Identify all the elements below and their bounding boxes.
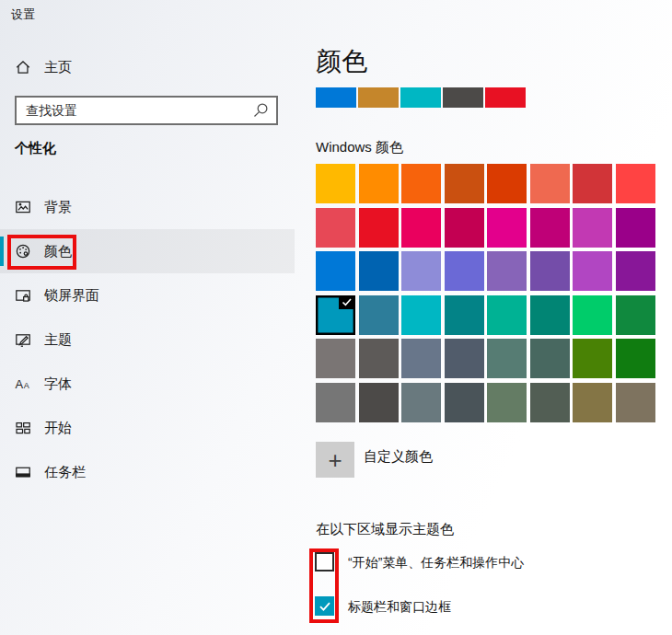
color-swatch[interactable] xyxy=(530,295,570,335)
sidebar-item-6[interactable]: 任务栏 xyxy=(0,450,295,494)
checkbox-title-bars-window-borders[interactable] xyxy=(315,596,334,616)
sidebar-item-label: 开始 xyxy=(44,420,72,437)
search-input[interactable] xyxy=(17,98,276,123)
settings-window: 设置 主页 个性化 背景颜色锁屏界面主题AA字体开始任务栏 颜色 Windo xyxy=(0,0,672,635)
color-swatch[interactable] xyxy=(359,295,399,335)
home-icon xyxy=(15,59,31,75)
recent-colors-row xyxy=(316,87,526,108)
color-swatch[interactable] xyxy=(359,339,399,378)
lock-screen-icon xyxy=(15,287,31,304)
plus-icon: + xyxy=(328,446,342,474)
color-swatch[interactable] xyxy=(487,164,527,203)
page-title: 颜色 xyxy=(316,44,367,79)
sidebar-nav: 背景颜色锁屏界面主题AA字体开始任务栏 xyxy=(0,185,295,494)
color-swatch[interactable] xyxy=(401,208,441,248)
selected-check-icon xyxy=(339,295,355,309)
themes-icon xyxy=(15,331,31,348)
recent-color-swatch[interactable] xyxy=(443,87,483,108)
color-swatch[interactable] xyxy=(487,295,527,335)
color-swatch[interactable] xyxy=(359,208,399,248)
color-swatch[interactable] xyxy=(573,295,612,335)
color-swatch[interactable] xyxy=(530,339,570,378)
custom-color-label: 自定义颜色 xyxy=(364,448,433,466)
recent-color-swatch[interactable] xyxy=(316,87,356,108)
color-swatch[interactable] xyxy=(487,339,527,378)
color-swatch[interactable] xyxy=(616,383,655,422)
surface-option-row: “开始”菜单、任务栏和操作中心 xyxy=(315,552,524,572)
color-swatch[interactable] xyxy=(401,383,441,422)
svg-text:A: A xyxy=(16,377,24,391)
color-swatch[interactable] xyxy=(530,383,570,422)
color-swatch[interactable] xyxy=(445,339,484,378)
color-swatch[interactable] xyxy=(359,383,399,422)
color-swatch[interactable] xyxy=(445,208,484,248)
color-swatch[interactable] xyxy=(616,295,655,335)
color-swatch[interactable] xyxy=(316,208,355,248)
color-swatch[interactable] xyxy=(616,339,655,378)
color-swatch[interactable] xyxy=(487,208,527,248)
background-icon xyxy=(15,199,31,215)
color-swatch[interactable] xyxy=(616,164,655,203)
svg-text:A: A xyxy=(24,381,29,390)
color-swatch[interactable] xyxy=(359,164,399,203)
color-swatch[interactable] xyxy=(316,383,355,422)
surfaces-heading: 在以下区域显示主题色 xyxy=(316,521,454,538)
sidebar-item-label: 任务栏 xyxy=(44,464,86,481)
color-swatch[interactable] xyxy=(530,208,570,248)
color-swatch[interactable] xyxy=(359,251,399,291)
color-swatch[interactable] xyxy=(573,164,612,203)
checkbox-start-menu-taskbar-action-center[interactable] xyxy=(315,552,334,572)
color-swatch[interactable] xyxy=(401,164,441,203)
sidebar-item-3[interactable]: 主题 xyxy=(0,318,295,362)
color-swatch[interactable] xyxy=(401,251,441,291)
windows-colors-grid xyxy=(316,164,655,422)
start-icon xyxy=(15,420,31,436)
windows-colors-label: Windows 颜色 xyxy=(316,139,403,156)
color-swatch[interactable] xyxy=(487,383,527,422)
selected-accent-bar xyxy=(0,237,4,266)
sidebar-item-label: 锁屏界面 xyxy=(44,287,99,305)
color-swatch[interactable] xyxy=(316,295,355,335)
color-swatch[interactable] xyxy=(401,339,441,378)
taskbar-icon xyxy=(15,464,31,480)
sidebar-item-0[interactable]: 背景 xyxy=(0,185,295,229)
color-swatch[interactable] xyxy=(573,383,612,422)
color-swatch[interactable] xyxy=(316,339,355,378)
window-title: 设置 xyxy=(11,6,35,23)
sidebar-item-4[interactable]: AA字体 xyxy=(0,362,295,406)
sidebar-item-2[interactable]: 锁屏界面 xyxy=(0,273,295,318)
section-title: 个性化 xyxy=(15,140,56,157)
color-swatch[interactable] xyxy=(445,164,484,203)
palette-icon xyxy=(15,243,31,260)
sidebar-item-1[interactable]: 颜色 xyxy=(0,229,295,273)
color-swatch[interactable] xyxy=(445,295,484,335)
color-swatch[interactable] xyxy=(316,164,355,203)
color-swatch[interactable] xyxy=(316,251,355,291)
color-swatch[interactable] xyxy=(530,251,570,291)
sidebar-item-label: 主题 xyxy=(44,331,72,349)
surface-option-row: 标题栏和窗口边框 xyxy=(315,596,451,616)
surface-option-label[interactable]: 标题栏和窗口边框 xyxy=(348,596,451,616)
color-swatch[interactable] xyxy=(487,251,527,291)
custom-color-button[interactable]: + xyxy=(316,442,354,478)
color-swatch[interactable] xyxy=(573,208,612,248)
color-swatch[interactable] xyxy=(573,339,612,378)
color-swatch[interactable] xyxy=(401,295,441,335)
color-swatch[interactable] xyxy=(445,251,484,291)
fonts-icon: AA xyxy=(15,375,31,392)
surface-option-label[interactable]: “开始”菜单、任务栏和操作中心 xyxy=(348,552,524,572)
color-swatch[interactable] xyxy=(530,164,570,203)
recent-color-swatch[interactable] xyxy=(485,87,526,108)
search-box xyxy=(15,96,278,125)
color-swatch[interactable] xyxy=(616,208,655,248)
color-swatch[interactable] xyxy=(573,251,612,291)
recent-color-swatch[interactable] xyxy=(400,87,441,108)
sidebar-item-5[interactable]: 开始 xyxy=(0,406,295,450)
sidebar-item-home[interactable]: 主页 xyxy=(15,55,72,79)
recent-color-swatch[interactable] xyxy=(358,87,399,108)
search-icon[interactable] xyxy=(252,102,269,119)
color-swatch[interactable] xyxy=(445,383,484,422)
sidebar-item-label: 字体 xyxy=(44,375,72,393)
sidebar-item-label: 颜色 xyxy=(44,243,72,260)
color-swatch[interactable] xyxy=(616,251,655,291)
